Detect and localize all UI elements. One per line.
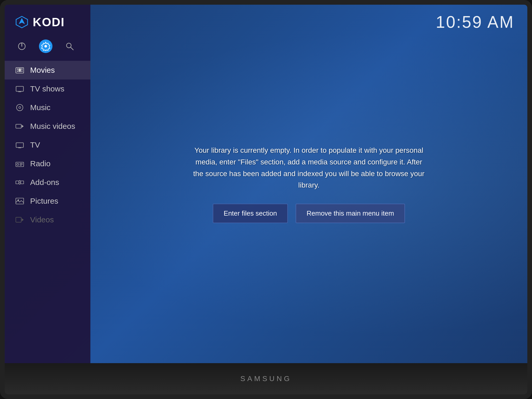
svg-point-9 (17, 70, 18, 72)
search-icon (65, 42, 74, 51)
sidebar-item-addons[interactable]: Add-ons (5, 173, 90, 192)
svg-point-4 (44, 45, 47, 48)
nav-menu: Movies TV shows (5, 61, 90, 358)
svg-rect-18 (16, 124, 21, 128)
svg-point-16 (17, 104, 23, 111)
sidebar-item-movies[interactable]: Movies (5, 61, 90, 79)
dialog-message: Your library is currently empty. In orde… (192, 145, 426, 191)
tv-shows-icon (15, 84, 24, 94)
tv-screen: KODI (5, 5, 527, 363)
enter-files-button[interactable]: Enter files section (213, 204, 288, 223)
tv-label: TV (30, 141, 40, 149)
empty-library-dialog: Your library is currently empty. In orde… (90, 145, 527, 223)
tv-icon (15, 140, 24, 150)
sidebar-item-tv-shows[interactable]: TV shows (5, 79, 90, 98)
dialog-actions: Enter files section Remove this main men… (213, 204, 405, 223)
svg-point-8 (17, 69, 18, 70)
addons-label: Add-ons (30, 178, 59, 187)
settings-button[interactable] (39, 39, 52, 53)
svg-line-6 (71, 47, 73, 50)
music-videos-icon (15, 122, 24, 131)
radio-icon (15, 159, 24, 168)
radio-label: Radio (30, 159, 50, 168)
kodi-logo-icon (15, 15, 29, 29)
sidebar-item-tv[interactable]: TV (5, 136, 90, 154)
svg-rect-13 (16, 87, 23, 91)
svg-rect-29 (21, 181, 24, 184)
svg-point-10 (21, 69, 23, 70)
music-icon (15, 103, 24, 112)
videos-icon (15, 215, 24, 224)
svg-marker-19 (22, 125, 24, 128)
svg-rect-28 (16, 181, 19, 184)
sidebar-item-videos[interactable]: Videos (5, 210, 90, 229)
svg-marker-1 (19, 18, 25, 24)
svg-marker-33 (22, 218, 24, 221)
svg-point-11 (21, 70, 23, 72)
svg-point-24 (17, 163, 19, 165)
music-label: Music (30, 103, 50, 112)
sidebar-item-pictures[interactable]: Pictures (5, 192, 90, 210)
tv-bezel-bottom: SAMSUNG (5, 363, 527, 394)
pictures-icon (15, 196, 24, 206)
svg-point-17 (19, 107, 21, 109)
movies-label: Movies (30, 66, 55, 75)
addons-icon (15, 178, 24, 187)
clock-display: 10:59 AM (436, 12, 514, 32)
sidebar-item-music-videos[interactable]: Music videos (5, 117, 90, 136)
kodi-logo: KODI (5, 15, 90, 37)
sidebar: KODI (5, 5, 90, 363)
remove-menu-item-button[interactable]: Remove this main menu item (296, 204, 405, 223)
svg-rect-20 (16, 143, 23, 148)
movies-icon (15, 65, 24, 75)
videos-label: Videos (30, 215, 54, 224)
search-button[interactable] (63, 39, 76, 53)
sidebar-item-radio[interactable]: Radio (5, 154, 90, 173)
toolbar (5, 37, 90, 61)
pictures-label: Pictures (30, 197, 58, 205)
svg-rect-12 (18, 68, 21, 72)
tv-shows-label: TV shows (30, 84, 64, 93)
tv-brand-label: SAMSUNG (240, 375, 292, 383)
gear-icon (41, 42, 50, 51)
power-icon (17, 42, 26, 51)
app-title: KODI (33, 15, 65, 29)
power-button[interactable] (15, 39, 29, 53)
sidebar-item-music[interactable]: Music (5, 98, 90, 117)
svg-rect-32 (16, 217, 21, 222)
tv-frame: KODI (0, 0, 532, 399)
music-videos-label: Music videos (30, 122, 75, 131)
